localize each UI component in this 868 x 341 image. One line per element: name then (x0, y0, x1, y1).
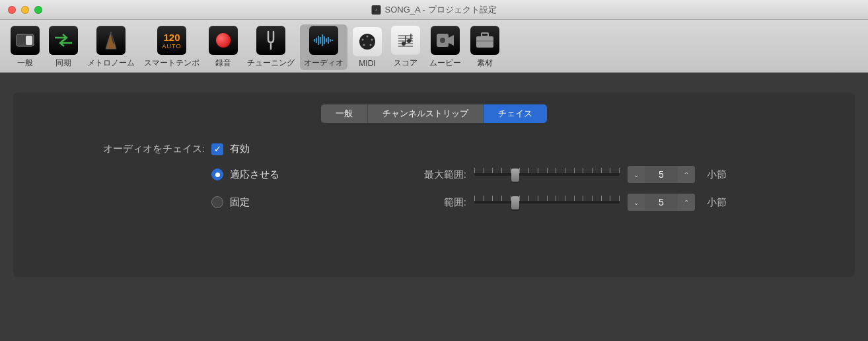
tuning-fork-icon (256, 26, 285, 55)
zoom-button[interactable] (34, 6, 42, 14)
title-text: SONG_A - プロジェクト設定 (384, 4, 496, 16)
svg-rect-29 (482, 33, 488, 36)
max-range-increment[interactable]: ⌃ (678, 166, 695, 183)
window-title: ♪ SONG_A - プロジェクト設定 (371, 4, 496, 16)
svg-point-16 (371, 38, 373, 40)
close-button[interactable] (8, 6, 16, 14)
range-label: 範囲: (420, 196, 466, 209)
tab-movie[interactable]: ムービー (425, 24, 465, 70)
chase-form: オーディオをチェイス: ✓ 有効 適応させる 最大範囲: (33, 143, 835, 211)
max-range-stepper: ⌄ 5 ⌃ (628, 166, 695, 183)
record-icon (209, 26, 238, 55)
tab-audio[interactable]: オーディオ (300, 24, 347, 70)
fixed-label: 固定 (230, 196, 250, 209)
svg-point-14 (367, 35, 369, 37)
titlebar: ♪ SONG_A - プロジェクト設定 (0, 0, 868, 20)
window-controls (8, 6, 42, 14)
radio-adapt[interactable] (211, 169, 223, 180)
max-range-label: 最大範囲: (420, 169, 466, 181)
enable-checkbox[interactable]: ✓ (211, 143, 223, 155)
switch-icon (11, 26, 40, 55)
svg-point-24 (402, 42, 406, 46)
sub-tabs: 一般 チャンネルストリップ チェイス (33, 93, 835, 143)
tab-metronome[interactable]: メトロノーム (83, 24, 139, 70)
svg-point-18 (370, 44, 372, 46)
svg-rect-28 (476, 36, 493, 48)
tab-record[interactable]: 録音 (205, 24, 242, 70)
svg-point-27 (440, 38, 445, 43)
subtab-general[interactable]: 一般 (321, 104, 368, 123)
enable-label: 有効 (230, 143, 250, 155)
tab-sync[interactable]: 同期 (45, 24, 82, 70)
tab-midi[interactable]: MIDI (349, 26, 386, 69)
tab-assets[interactable]: 素材 (466, 24, 503, 70)
content-area: 一般 チャンネルストリップ チェイス オーディオをチェイス: ✓ 有効 適応させ… (0, 73, 868, 341)
document-icon: ♪ (371, 5, 380, 15)
range-stepper: ⌄ 5 ⌃ (628, 194, 695, 211)
radio-fixed[interactable] (211, 196, 223, 208)
movie-icon (431, 26, 460, 55)
max-range-unit: 小節 (707, 169, 727, 181)
max-range-decrement[interactable]: ⌄ (628, 166, 645, 183)
range-decrement[interactable]: ⌄ (628, 194, 645, 211)
tempo-icon: 120 AUTO (157, 26, 186, 55)
midi-icon (353, 27, 382, 56)
audio-waveform-icon (309, 26, 338, 55)
briefcase-icon (470, 26, 499, 55)
range-value[interactable]: 5 (645, 197, 678, 208)
adapt-label: 適応させる (230, 169, 279, 181)
metronome-icon (96, 26, 126, 55)
tab-tuning[interactable]: チューニング (243, 24, 299, 70)
score-icon (391, 26, 420, 55)
max-range-value[interactable]: 5 (645, 169, 678, 180)
range-slider[interactable] (474, 194, 620, 210)
settings-panel: 一般 チャンネルストリップ チェイス オーディオをチェイス: ✓ 有効 適応させ… (13, 93, 855, 277)
tab-general[interactable]: 一般 (7, 24, 44, 70)
max-range-slider[interactable] (474, 167, 620, 182)
svg-point-15 (362, 38, 364, 40)
subtab-chase[interactable]: チェイス (484, 104, 547, 123)
chase-audio-label: オーディオをチェイス: (33, 143, 205, 155)
tab-smart-tempo[interactable]: 120 AUTO スマートテンポ (140, 24, 203, 70)
range-unit: 小節 (707, 196, 727, 209)
svg-rect-1 (26, 36, 32, 45)
tab-score[interactable]: スコア (387, 24, 424, 70)
toolbar: 一般 同期 メトロノーム 120 AUTO スマートテンポ 録音 チューニング (0, 20, 868, 73)
svg-point-25 (407, 39, 411, 43)
range-increment[interactable]: ⌃ (678, 194, 695, 211)
subtab-channel-strip[interactable]: チャンネルストリップ (368, 104, 484, 123)
sync-icon (49, 26, 78, 55)
svg-point-17 (363, 44, 365, 46)
minimize-button[interactable] (21, 6, 29, 14)
